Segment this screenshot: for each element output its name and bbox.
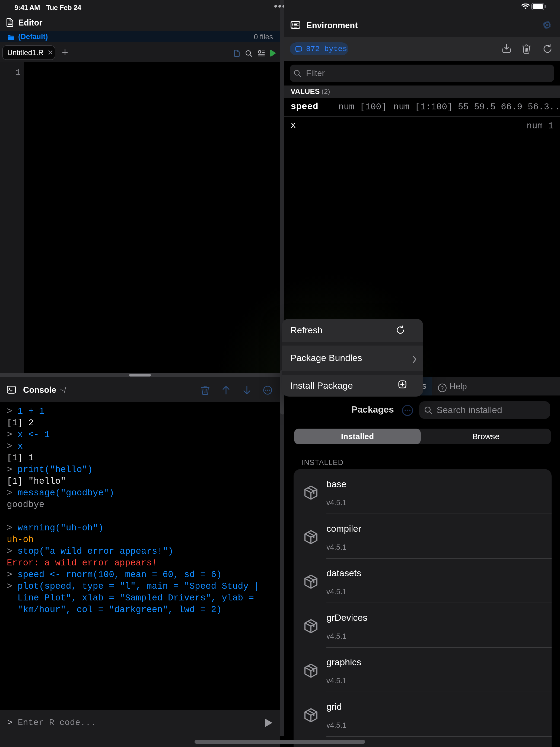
svg-text:?: ? [441,385,444,391]
